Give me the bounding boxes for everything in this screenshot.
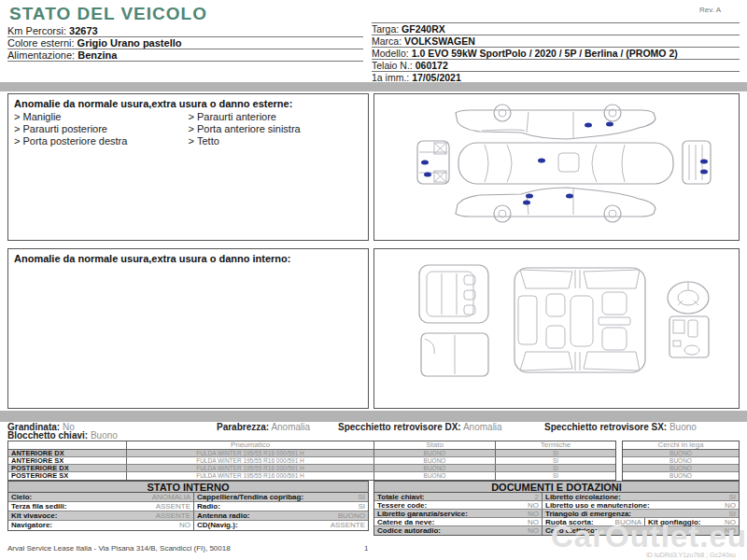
tire-row: POSTERIORE SX FULDA WINTER 195/55 R16 00… xyxy=(8,472,615,480)
windshield-status: Parabrezza: Anomalia xyxy=(217,422,310,432)
vehicle-summary-right: Targa: GF240RX Marca: VOLKSWAGEN Modello… xyxy=(372,22,740,84)
anomaly-item: > Paraurti posteriore xyxy=(14,123,189,135)
model-row: Modello: 1.0 EVO 59kW SportPolo / 2020 /… xyxy=(372,48,740,60)
separator-band-bottom xyxy=(0,411,747,422)
tire-table-header: Pneumatico Stato Termiche xyxy=(8,441,615,450)
documents-equipment-title: DOCUMENTI E DOTAZIONI xyxy=(374,482,739,493)
tire-row: ANTERIORE DX FULDA WINTER 195/55 R16 000… xyxy=(8,450,615,457)
mirror-dx-status: Specchietto retrovisore DX: Anomalia xyxy=(338,422,502,432)
caroutlet-watermark: CarOutlet.eu xyxy=(551,519,747,554)
car-side-view-top xyxy=(456,105,655,139)
interior-state-table: STATO INTERNO Cielo:ANOMALIA Cappelliera… xyxy=(7,481,369,531)
vehicle-status-report-page: STATO DEL VEICOLO Rev. A Km Percorsi: 32… xyxy=(0,0,747,560)
tire-row: ANTERIORE SX FULDA WINTER 195/55 R16 000… xyxy=(8,457,615,465)
separator-band-top xyxy=(0,82,747,91)
damage-markers-exterior xyxy=(421,122,708,205)
alloy-wheel-row: BUONO xyxy=(623,457,739,465)
anomaly-item: > Tetto xyxy=(189,135,363,147)
rear-seat-back-view xyxy=(419,265,488,323)
table-row: Cielo:ANOMALIA Cappelliera/Tendina copri… xyxy=(8,493,368,502)
table-row: Tessere code:NO Libretto uso e manutenzi… xyxy=(374,501,739,510)
alloy-wheel-row: BUONO xyxy=(623,472,739,480)
alloy-wheel-row: BUONO xyxy=(623,465,739,472)
interior-car-diagram xyxy=(374,249,739,408)
table-row: Libretto garanzia/service:NO Triangolo d… xyxy=(374,510,739,518)
tire-table: Pneumatico Stato Termiche ANTERIORE DX F… xyxy=(7,441,616,481)
footer-page-number: 1 xyxy=(364,544,368,553)
anomaly-item: > Maniglie xyxy=(14,111,189,123)
table-row: Kit vivavoce:ASSENTE Antenna radio:BUONO xyxy=(8,511,368,521)
plate-row: Targa: GF240RX xyxy=(372,23,740,35)
revision-label: Rev. A xyxy=(699,6,721,14)
cabin-plan-view xyxy=(514,268,645,372)
watermark-id-text: ID tuDRd3.Y1zu7b8 ; Gc240xu xyxy=(646,552,736,558)
exterior-anomalies-box: Anomalie da normale usura,extra usura o … xyxy=(7,93,369,241)
page-title: STATO DEL VEICOLO xyxy=(9,4,207,24)
exterior-car-diagram xyxy=(374,94,739,240)
anomaly-item: > Porta anteriore sinistra xyxy=(189,123,363,135)
vehicle-summary-left: Km Percorsi: 32673 Colore esterni: Grigi… xyxy=(7,25,363,62)
fuel-row: Alimentazione: Benzina xyxy=(7,49,363,62)
footer-company-address: Arval Service Lease Italia - Via Pisana … xyxy=(7,544,231,553)
trunk-view xyxy=(421,333,488,376)
brand-row: Marca: VOLKSWAGEN xyxy=(372,35,740,48)
table-row: Totale chiavi:2 Libretto circolazione:SI xyxy=(374,493,739,501)
dashboard-view xyxy=(668,282,709,357)
exterior-diagram-box xyxy=(374,93,740,241)
car-plan-view xyxy=(458,143,673,184)
anomaly-item: > Porta posteriore destra xyxy=(14,135,189,147)
table-row: Terza fila sedili:ASSENTE Radio:SI xyxy=(8,502,368,511)
alloy-wheel-row: BUONO xyxy=(623,450,739,457)
color-row: Colore esterni: Grigio Urano pastello xyxy=(7,37,363,49)
exterior-anomalies-list: > Maniglie > Paraurti posteriore > Porta… xyxy=(8,111,368,147)
anomaly-item: > Paraurti anteriore xyxy=(189,111,363,123)
chassis-row: Telaio N.: 060172 xyxy=(372,60,740,72)
km-row: Km Percorsi: 32673 xyxy=(7,25,363,37)
alloy-wheels-table: Cerchi in lega BUONO BUONO BUONO BUONO xyxy=(622,441,740,481)
interior-anomalies-title: Anomalie da normale usura,extra usura o … xyxy=(8,249,368,266)
car-side-view-bottom xyxy=(456,188,655,222)
alloy-wheels-header: Cerchi in lega xyxy=(623,441,739,450)
table-row: Navigatore:NO CD(Navig.):ASSENTE xyxy=(8,521,368,530)
interior-state-title: STATO INTERNO xyxy=(8,482,368,493)
mirror-sx-status: Specchietto retrovisore SX: Buono xyxy=(544,422,697,432)
interior-anomalies-box: Anomalie da normale usura,extra usura o … xyxy=(7,248,369,409)
exterior-anomalies-title: Anomalie da normale usura,extra usura o … xyxy=(8,94,368,111)
interior-diagram-box xyxy=(374,248,740,409)
tire-row: POSTERIORE DX FULDA WINTER 195/55 R16 00… xyxy=(8,465,615,472)
key-lock-status: Blocchetto chiavi: Buono xyxy=(7,430,118,441)
